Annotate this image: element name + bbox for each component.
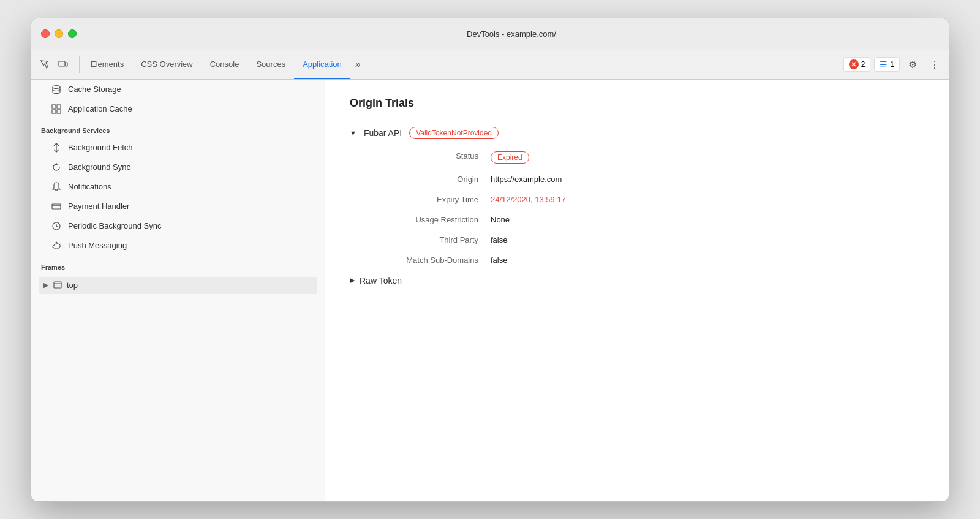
sidebar-item-notifications[interactable]: Notifications [31, 177, 325, 197]
match-sub-domains-row: Match Sub-Domains false [368, 256, 924, 265]
sidebar-item-background-sync[interactable]: Background Sync [31, 157, 325, 177]
cache-storage-icon [51, 84, 62, 95]
svg-rect-15 [54, 282, 61, 288]
detail-table: Status Expired Origin https://example.co… [368, 151, 924, 265]
match-sub-domains-label: Match Sub-Domains [368, 256, 491, 265]
sidebar-item-periodic-bg-sync[interactable]: Periodic Background Sync [31, 216, 325, 236]
devtools-tabbar: Elements CSS Overview Console Sources Ap… [31, 50, 949, 80]
tab-css-overview[interactable]: CSS Overview [132, 50, 202, 79]
raw-token-collapse-arrow[interactable]: ▶ [350, 276, 355, 284]
sidebar-item-top-frame[interactable]: ▶ top [39, 277, 317, 294]
svg-rect-9 [52, 204, 61, 209]
api-collapse-arrow[interactable]: ▼ [350, 129, 356, 137]
notifications-label: Notifications [68, 182, 111, 191]
minimize-button[interactable] [55, 29, 63, 38]
warn-count: 1 [890, 60, 894, 69]
background-fetch-label: Background Fetch [68, 143, 133, 152]
svg-rect-1 [66, 63, 67, 66]
svg-rect-3 [52, 105, 56, 108]
device-toggle-icon[interactable] [55, 56, 72, 73]
api-header: ▼ Fubar API ValidTokenNotProvided [350, 127, 924, 139]
frames-header: Frames [31, 256, 325, 275]
third-party-value: false [491, 235, 507, 244]
tab-application[interactable]: Application [294, 50, 350, 79]
toolbar-icons [36, 56, 72, 73]
bg-services-section: Background Services Background Fetch [31, 119, 325, 256]
warn-badge[interactable]: ☰ 1 [874, 57, 900, 72]
expiry-row: Expiry Time 24/12/2020, 13:59:17 [368, 195, 924, 204]
tab-elements[interactable]: Elements [82, 50, 132, 79]
tab-console[interactable]: Console [202, 50, 248, 79]
error-count: 2 [861, 60, 865, 69]
error-icon: ✕ [849, 59, 859, 69]
more-options-button[interactable]: ⋮ [925, 55, 944, 74]
svg-point-14 [56, 241, 58, 243]
storage-section: Cache Storage Application Cache [31, 80, 325, 119]
sidebar-item-background-fetch[interactable]: Background Fetch [31, 138, 325, 157]
status-label: Status [368, 151, 491, 161]
warn-icon: ☰ [880, 59, 888, 69]
sidebar-item-application-cache[interactable]: Application Cache [31, 99, 325, 119]
title-bar: DevTools - example.com/ [31, 18, 949, 50]
main-content: Cache Storage Application Cache [31, 80, 949, 501]
status-value: Expired [491, 151, 529, 164]
tab-more-button[interactable]: » [350, 50, 366, 79]
push-messaging-icon [51, 240, 62, 251]
origin-value: https://example.com [491, 175, 562, 184]
window-title: DevTools - example.com/ [84, 29, 939, 39]
api-error-badge: ValidTokenNotProvided [409, 127, 499, 139]
sidebar-item-cache-storage[interactable]: Cache Storage [31, 80, 325, 99]
frames-section: Frames ▶ top [31, 256, 325, 294]
status-row: Status Expired [368, 151, 924, 164]
tab-sources[interactable]: Sources [247, 50, 294, 79]
cache-storage-label: Cache Storage [68, 85, 121, 94]
third-party-row: Third Party false [368, 235, 924, 244]
background-sync-label: Background Sync [68, 162, 130, 172]
bg-services-header: Background Services [31, 119, 325, 138]
background-fetch-icon [51, 142, 62, 153]
main-panel: Origin Trials ▼ Fubar API ValidTokenNotP… [325, 80, 949, 501]
frame-icon [53, 281, 62, 289]
raw-token-label: Raw Token [360, 276, 402, 286]
devtools-window: DevTools - example.com/ Elements CSS Ove… [31, 18, 949, 502]
push-messaging-label: Push Messaging [68, 241, 127, 250]
close-button[interactable] [41, 29, 50, 38]
periodic-bg-sync-label: Periodic Background Sync [68, 221, 161, 230]
svg-rect-5 [52, 110, 56, 113]
origin-label: Origin [368, 175, 491, 184]
application-cache-icon [51, 104, 62, 115]
notifications-icon [51, 181, 62, 192]
error-badge[interactable]: ✕ 2 [843, 57, 871, 72]
sidebar-item-push-messaging[interactable]: Push Messaging [31, 236, 325, 256]
frame-arrow-icon: ▶ [43, 281, 48, 289]
background-sync-icon [51, 162, 62, 173]
svg-rect-0 [59, 61, 65, 66]
usage-restriction-value: None [491, 215, 510, 224]
settings-button[interactable]: ⚙ [903, 55, 922, 74]
expiry-value: 24/12/2020, 13:59:17 [491, 195, 566, 204]
frame-top-label: top [67, 281, 78, 290]
sidebar: Cache Storage Application Cache [31, 80, 325, 501]
inspect-icon[interactable] [36, 56, 53, 73]
svg-point-2 [53, 85, 60, 88]
sidebar-item-payment-handler[interactable]: Payment Handler [31, 197, 325, 216]
usage-restriction-label: Usage Restriction [368, 215, 491, 224]
payment-handler-icon [51, 201, 62, 212]
toolbar-divider [79, 56, 80, 73]
match-sub-domains-value: false [491, 256, 507, 265]
application-cache-label: Application Cache [68, 104, 132, 113]
origin-row: Origin https://example.com [368, 175, 924, 184]
api-section: ▼ Fubar API ValidTokenNotProvided Status… [350, 127, 924, 286]
maximize-button[interactable] [68, 29, 77, 38]
usage-restriction-row: Usage Restriction None [368, 215, 924, 224]
expiry-label: Expiry Time [368, 195, 491, 204]
third-party-label: Third Party [368, 235, 491, 244]
traffic-lights [41, 29, 77, 38]
panel-title: Origin Trials [350, 97, 924, 110]
tab-end-tools: ✕ 2 ☰ 1 ⚙ ⋮ [843, 55, 944, 74]
raw-token-row: ▶ Raw Token [350, 276, 924, 286]
tab-list: Elements CSS Overview Console Sources Ap… [82, 50, 843, 79]
svg-rect-4 [57, 105, 61, 108]
payment-handler-label: Payment Handler [68, 202, 129, 211]
periodic-bg-sync-icon [51, 221, 62, 232]
